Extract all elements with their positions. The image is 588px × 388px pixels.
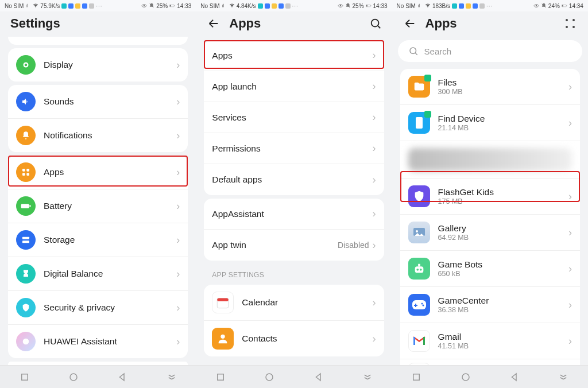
status-time: 14:34 [569,3,583,9]
row-services[interactable]: Services › [204,102,384,133]
back-button[interactable] [206,16,221,31]
apps-group-2: AppAssistant › App twin Disabled › [204,199,384,261]
security-icon [16,298,36,317]
nav-home-button[interactable] [459,371,472,383]
content-scroll[interactable]: Files 300 MB › Find Device 21.14 MB › [392,64,588,365]
status-speed: 75.9K/s [40,3,60,9]
mute-icon [541,3,547,9]
svg-point-37 [416,230,418,232]
app-name: Gmail [438,332,568,342]
search-placeholder: Search [424,46,452,56]
app-row-gmail[interactable]: Gmail 41.51 MB › [400,323,580,359]
row-app-twin[interactable]: App twin Disabled › [204,230,384,261]
row-label: HUAWEI Assistant [44,336,176,347]
row-apps[interactable]: Apps › [8,156,188,189]
section-header: APP SETTINGS [202,264,386,281]
app-indicator-icon [473,3,478,9]
contacts-app-icon [212,328,234,350]
settings-group-3: Apps › Battery › Storage › [8,156,188,358]
status-carrier: No SIM [397,3,416,9]
app-row-gallery[interactable]: Gallery 64.92 MB › [400,215,580,251]
signal-icon [417,3,423,9]
app-size: 300 MB [438,88,568,96]
nav-recent-button[interactable] [410,371,423,383]
row-app-launch[interactable]: App launch › [204,71,384,102]
screenshot-1-settings: No SIM 75.9K/s ··· 25% 14:33 Settings [0,0,196,388]
content-scroll[interactable]: Apps › App launch › Services › Permissio… [196,37,392,365]
app-size: 21.14 MB [438,124,568,132]
nav-dropdown-button[interactable] [361,371,374,383]
svg-rect-11 [21,204,29,208]
svg-rect-32 [562,5,563,7]
notifications-icon [16,126,36,145]
app-indicator-icon [82,3,87,9]
row-calendar[interactable]: Calendar › [204,285,384,321]
page-title: Settings [10,16,60,31]
nav-home-button[interactable] [67,371,80,383]
row-display[interactable]: Display › [8,48,188,82]
row-label: Apps [44,167,176,177]
app-row-find-device[interactable]: Find Device 21.14 MB › [400,105,580,141]
row-permissions[interactable]: Permissions › [204,133,384,164]
status-carrier: No SIM [5,3,24,9]
nav-recent-button[interactable] [214,371,227,383]
display-icon [16,55,36,75]
search-button[interactable] [369,17,382,30]
app-row-gamecenter[interactable]: GameCenter 36.38 MB › [400,287,580,323]
row-digital-balance[interactable]: Digital Balance › [8,257,188,291]
nav-home-button[interactable] [263,371,276,383]
system-nav-bar [196,365,392,388]
title-bar: Settings [0,11,196,37]
row-battery[interactable]: Battery › [8,189,188,223]
row-sounds[interactable]: Sounds › [8,85,188,119]
app-indicator-icon [258,3,263,9]
more-options-button[interactable] [563,16,578,31]
chevron-right-icon: › [176,336,180,348]
row-default-apps[interactable]: Default apps › [204,164,384,195]
row-app-assistant[interactable]: AppAssistant › [204,199,384,230]
eye-icon [533,3,539,9]
app-row-flashget-kids[interactable]: FlashGet Kids 175 MB › [400,179,580,215]
search-input[interactable]: Search [398,40,582,62]
chevron-right-icon: › [176,96,180,108]
nav-back-button[interactable] [508,371,521,383]
back-button[interactable] [403,16,417,31]
svg-rect-8 [26,169,29,172]
nav-dropdown-button[interactable] [165,371,178,383]
nav-recent-button[interactable] [18,371,31,383]
app-row-files[interactable]: Files 300 MB › [400,69,580,105]
svg-rect-3 [170,5,171,7]
app-indicator-icon [285,3,291,9]
row-label: App twin [212,240,338,250]
app-indicator-icon [278,3,284,9]
apps-group-1: Apps › App launch › Services › Permissio… [204,40,384,195]
svg-point-42 [421,303,423,305]
row-notifications[interactable]: Notifications › [8,119,188,152]
app-row-google-play-services[interactable]: Google Play Services [400,359,580,365]
nav-dropdown-button[interactable] [557,371,570,383]
status-battery-pct: 24% [548,3,560,9]
app-row-redacted[interactable] [400,141,580,179]
row-label: Battery [44,201,176,211]
files-app-icon [408,76,430,98]
row-apps[interactable]: Apps › [204,40,384,71]
app-indicator-icon [68,3,74,9]
chevron-right-icon: › [373,49,376,61]
row-storage[interactable]: Storage › [8,223,188,257]
content-scroll[interactable]: Display › Sounds › Notifications › [0,37,196,365]
row-security[interactable]: Security & privacy › [8,291,188,325]
page-title: Apps [229,16,261,31]
app-row-game-bots[interactable]: Game Bots 650 kB › [400,251,580,287]
row-huawei-assistant[interactable]: HUAWEI Assistant › [8,325,188,358]
eye-icon [338,3,343,9]
apps-list-card: Files 300 MB › Find Device 21.14 MB › [400,69,580,365]
svg-rect-45 [414,305,417,306]
settings-group-1: Display › [8,48,188,82]
status-time: 14:33 [373,3,388,9]
row-contacts[interactable]: Contacts › [204,321,384,356]
app-name: FlashGet Kids [438,187,568,197]
app-indicator-icon [272,3,277,9]
nav-back-button[interactable] [116,371,129,383]
nav-back-button[interactable] [312,371,325,383]
status-speed: 183B/s [432,3,450,9]
